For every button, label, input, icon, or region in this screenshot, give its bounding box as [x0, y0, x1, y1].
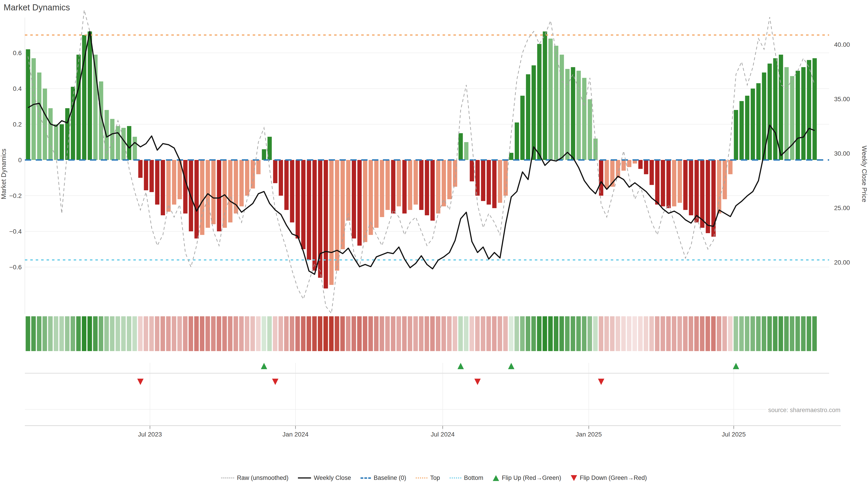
- oscillator-bar: [425, 160, 429, 215]
- oscillator-bar: [358, 160, 362, 246]
- heatmap-cell: [76, 316, 81, 351]
- heatmap-cell: [54, 316, 58, 351]
- oscillator-bar: [414, 160, 418, 205]
- oscillator-bar: [638, 160, 643, 169]
- right-tick-label: 35.00: [834, 96, 850, 103]
- oscillator-bar: [621, 160, 626, 170]
- heatmap-cell: [110, 316, 114, 351]
- legend-item[interactable]: Flip Up (Red→Green): [493, 475, 561, 482]
- heatmap-cell: [144, 316, 148, 351]
- heatmap-cell: [99, 316, 103, 351]
- heatmap-cell: [559, 316, 564, 351]
- heatmap-cell: [206, 316, 210, 351]
- heatmap-cell: [554, 316, 558, 351]
- line-black-swatch-icon: [298, 477, 311, 479]
- oscillator-bar: [532, 65, 536, 160]
- heatmap-cell: [284, 316, 289, 351]
- oscillator-bar: [110, 119, 114, 160]
- legend-item[interactable]: Flip Down (Green→Red): [571, 475, 647, 482]
- heatmap-cell: [346, 316, 350, 351]
- oscillator-bar: [487, 160, 491, 205]
- oscillator-bar: [116, 126, 120, 160]
- oscillator-bar: [312, 160, 317, 271]
- heatmap-cell: [807, 316, 811, 351]
- heatmap-cell: [273, 316, 277, 351]
- heatmap-cell: [762, 316, 766, 351]
- heatmap-cell: [722, 316, 727, 351]
- heatmap-cell: [351, 316, 356, 351]
- heatmap-cell: [750, 316, 755, 351]
- oscillator-bar: [88, 31, 92, 160]
- heatmap-cell: [132, 316, 137, 351]
- heatmap-cell: [323, 316, 328, 351]
- oscillator-bar: [666, 160, 671, 208]
- oscillator-bar: [812, 58, 817, 160]
- oscillator-bar: [307, 160, 311, 260]
- oscillator-bar: [475, 160, 480, 196]
- heatmap-cell: [408, 316, 412, 351]
- heatmap-cell: [121, 316, 126, 351]
- oscillator-bar: [447, 160, 452, 199]
- heatmap-cell: [104, 316, 109, 351]
- heatmap-cell: [649, 316, 654, 351]
- chart-legend: Raw (unsmoothed)Weekly CloseBaseline (0)…: [0, 475, 868, 482]
- oscillator-bar: [284, 160, 289, 210]
- heatmap-cell: [706, 316, 710, 351]
- heatmap-cell: [638, 316, 643, 351]
- heatmap-cell: [116, 316, 120, 351]
- heatmap-cell: [694, 316, 699, 351]
- heatmap-cell: [464, 316, 468, 351]
- oscillator-bar: [194, 160, 199, 238]
- dot-cyan-swatch-icon: [450, 477, 461, 479]
- flip-down-marker: [137, 379, 144, 385]
- oscillator-bar: [245, 160, 249, 196]
- oscillator-bar: [678, 160, 682, 203]
- heatmap-cell: [458, 316, 463, 351]
- oscillator-bar: [739, 101, 744, 160]
- heatmap-cell: [503, 316, 508, 351]
- heatmap-cell: [700, 316, 704, 351]
- heatmap-cell: [475, 316, 480, 351]
- heatmap-cell: [385, 316, 390, 351]
- oscillator-bar: [37, 72, 41, 160]
- oscillator-bar: [481, 160, 485, 201]
- legend-item[interactable]: Weekly Close: [298, 475, 351, 482]
- heatmap-cell: [531, 316, 536, 351]
- oscillator-bar: [161, 160, 165, 215]
- heatmap-cell: [644, 316, 648, 351]
- heatmap-cell: [312, 316, 317, 351]
- heatmap-cell: [548, 316, 553, 351]
- heatmap-cell: [239, 316, 244, 351]
- oscillator-bar: [335, 160, 339, 271]
- heatmap-cell: [469, 316, 474, 351]
- oscillator-bar: [138, 160, 143, 178]
- heatmap-cell: [509, 316, 513, 351]
- heatmap-cell: [155, 316, 159, 351]
- tri-down-swatch-icon: [571, 475, 577, 481]
- oscillator-bar: [251, 160, 255, 188]
- legend-item[interactable]: Raw (unsmoothed): [221, 475, 288, 482]
- legend-item[interactable]: Top: [416, 475, 440, 482]
- heatmap-cell: [689, 316, 693, 351]
- heatmap-cell: [290, 316, 294, 351]
- heatmap-cell: [487, 316, 491, 351]
- oscillator-bar: [661, 160, 665, 206]
- page-title: Market Dynamics: [4, 3, 70, 12]
- heatmap-cell: [683, 316, 688, 351]
- legend-item-label: Flip Up (Red→Green): [502, 475, 561, 482]
- oscillator-bar: [728, 160, 733, 174]
- oscillator-bar: [43, 89, 47, 160]
- heatmap-cell: [31, 316, 36, 351]
- oscillator-bar: [256, 160, 260, 174]
- legend-item[interactable]: Bottom: [450, 475, 484, 482]
- left-tick-label: −0.6: [9, 264, 22, 271]
- flip-down-marker: [598, 379, 604, 385]
- heatmap-cell: [335, 316, 339, 351]
- oscillator-bar: [689, 160, 693, 215]
- heatmap-cell: [391, 316, 395, 351]
- legend-item[interactable]: Baseline (0): [361, 475, 406, 482]
- heatmap-cell: [498, 316, 502, 351]
- heatmap-cell: [166, 316, 170, 351]
- flip-down-marker: [272, 379, 278, 385]
- oscillator-bar: [588, 99, 592, 160]
